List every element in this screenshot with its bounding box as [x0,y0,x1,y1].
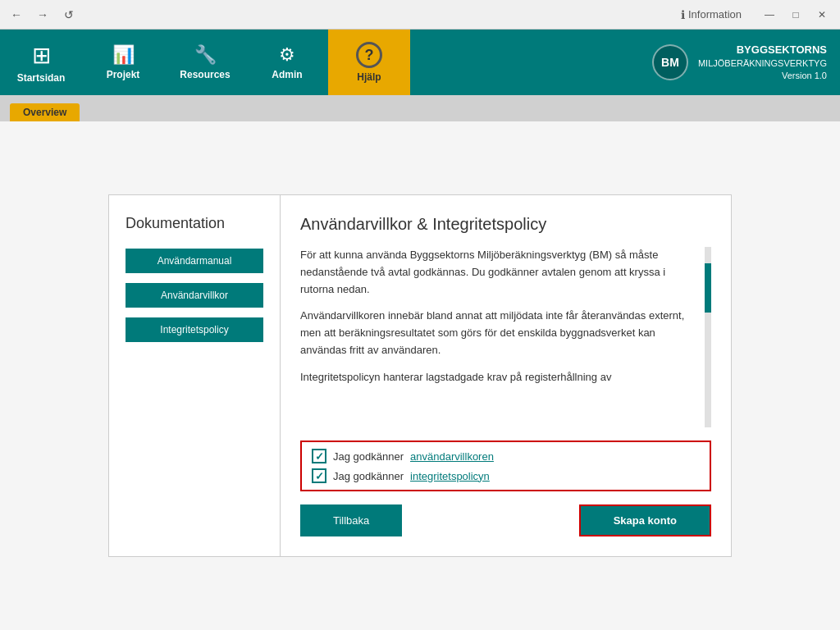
terms-paragraph3: Integritetspolicyn hanterar lagstadgade … [300,369,698,386]
scrollbar-thumb[interactable] [705,263,711,313]
documentation-panel: Dokumentation Användarmanual Användarvil… [108,194,281,557]
brand-title1: BYGGSEKTORNS [698,43,827,57]
checkboxes-area: Jag godkänner användarvillkoren Jag godk… [300,441,711,491]
information-button[interactable]: ℹ Information [681,8,742,21]
close-button[interactable]: ✕ [810,5,833,25]
checkbox-integritetspolicy[interactable] [312,468,326,483]
nav-resources[interactable]: 🔧 Resources [164,30,246,95]
overview-tab[interactable]: Overview [10,103,80,121]
forward-button[interactable]: → [33,5,52,25]
checkbox-row-1: Jag godkänner användarvillkoren [312,449,700,463]
admin-icon: ⚙ [279,44,295,66]
information-label: Information [688,8,742,21]
tabbar: Overview [0,95,840,121]
brand-area: BM BYGGSEKTORNS MILJÖBERÄKNINGSVERKTYG V… [652,30,840,95]
terms-text: För att kunna använda Byggsektorns Miljö… [300,247,711,427]
brand-logo: BM [652,44,688,80]
main-content: Dokumentation Användarmanual Användarvil… [0,121,840,630]
terms-panel: Användarvillkor & Integritetspolicy För … [281,194,732,557]
refresh-button[interactable]: ↺ [59,5,79,25]
nav-hjalp[interactable]: ? Hjälp [328,30,410,95]
terms-paragraph2: Användarvillkoren innebär bland annat at… [300,308,698,358]
checkbox1-text: Jag godkänner [333,450,404,463]
anvandarmanual-button[interactable]: Användarmanual [126,249,263,273]
terms-title: Användarvillkor & Integritetspolicy [300,215,711,234]
nav-startsidan[interactable]: ⊞ Startsidan [0,30,82,95]
startsidan-label: Startsidan [17,72,66,84]
content-area: Dokumentation Användarmanual Användarvil… [108,194,732,557]
hjalp-label: Hjälp [357,71,381,83]
checkbox2-text: Jag godkänner [333,470,404,482]
nav-projekt[interactable]: 📊 Projekt [82,30,164,95]
navbar: ⊞ Startsidan 📊 Projekt 🔧 Resources ⚙ Adm… [0,30,840,95]
admin-label: Admin [272,69,302,80]
scrollbar[interactable] [705,247,711,427]
terms-body: För att kunna använda Byggsektorns Miljö… [300,247,711,427]
create-account-button[interactable]: Skapa konto [579,504,711,536]
anvandarvillkor-button[interactable]: Användarvillkor [126,283,263,308]
hjalp-icon: ? [356,42,382,68]
checkbox-anvandarvillkor[interactable] [312,449,326,463]
checkbox-row-2: Jag godkänner integritetspolicyn [312,468,700,483]
titlebar: ← → ↺ ℹ Information — □ ✕ [0,0,840,30]
resources-label: Resources [180,69,230,80]
titlebar-nav: ← → ↺ [7,5,79,25]
terms-paragraph1: För att kunna använda Byggsektorns Miljö… [300,247,698,298]
maximize-button[interactable]: □ [784,5,807,25]
projekt-icon: 📊 [112,44,135,66]
resources-icon: 🔧 [194,44,217,66]
back-button[interactable]: Tillbaka [300,504,402,536]
brand-text: BYGGSEKTORNS MILJÖBERÄKNINGSVERKTYG Vers… [698,43,827,83]
back-button[interactable]: ← [7,5,26,25]
startsidan-icon: ⊞ [32,42,51,69]
projekt-label: Projekt [107,69,140,80]
integritetspolicy-button[interactable]: Integritetspolicy [126,317,263,342]
info-icon: ℹ [681,8,685,21]
minimize-button[interactable]: — [758,5,781,25]
documentation-title: Dokumentation [126,215,263,232]
nav-admin[interactable]: ⚙ Admin [246,30,328,95]
integritetspolicy-link[interactable]: integritetspolicyn [410,470,490,482]
brand-title2: MILJÖBERÄKNINGSVERKTYG [698,58,827,68]
titlebar-controls: ℹ Information — □ ✕ [681,5,833,25]
brand-version: Version 1.0 [782,71,827,80]
anvandarvillkor-link[interactable]: användarvillkoren [410,450,494,463]
buttons-row: Tillbaka Skapa konto [300,504,711,536]
